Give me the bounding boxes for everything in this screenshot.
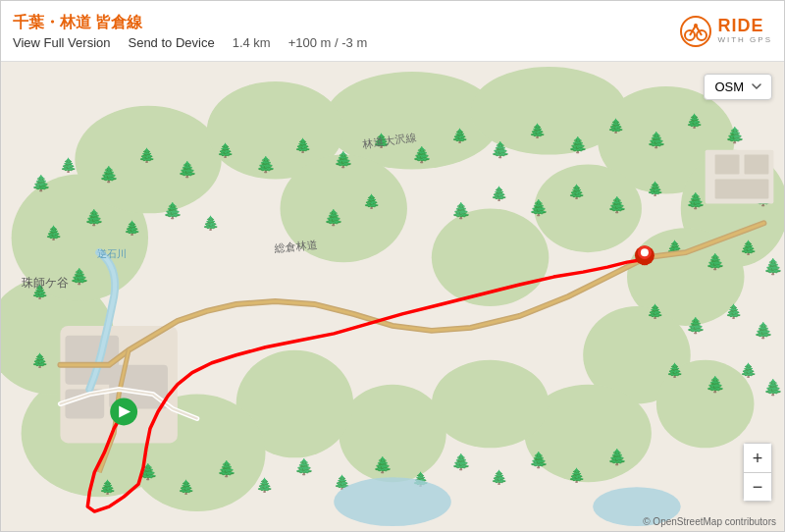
svg-text:🌲: 🌲 <box>99 479 117 496</box>
svg-text:🌲: 🌲 <box>686 191 706 210</box>
svg-text:🌲: 🌲 <box>647 181 664 197</box>
distance-stat: 1.4 km <box>233 35 271 50</box>
svg-text:🌲: 🌲 <box>647 303 664 320</box>
svg-text:🌲: 🌲 <box>740 239 758 256</box>
send-to-device-link[interactable]: Send to Device <box>128 35 214 50</box>
svg-text:🌲: 🌲 <box>60 157 78 174</box>
svg-text:🌲: 🌲 <box>31 352 49 369</box>
svg-text:🌲: 🌲 <box>294 457 314 476</box>
layer-label: OSM <box>714 80 744 94</box>
svg-text:🌲: 🌲 <box>763 257 783 276</box>
svg-text:🌲: 🌲 <box>256 477 274 494</box>
svg-text:🌲: 🌲 <box>412 145 432 164</box>
svg-text:🌲: 🌲 <box>324 208 343 227</box>
osm-attribution: © OpenStreetMap contributors <box>643 516 776 527</box>
logo-sub-label: WITH GPS <box>717 36 772 45</box>
view-full-version-link[interactable]: View Full Version <box>13 35 110 50</box>
svg-text:🌲: 🌲 <box>451 128 469 144</box>
header-actions: View Full Version Send to Device 1.4 km … <box>13 35 367 50</box>
svg-text:🌲: 🌲 <box>647 131 666 149</box>
svg-text:🌲: 🌲 <box>217 459 236 478</box>
svg-text:🌲: 🌲 <box>256 155 276 174</box>
svg-point-3 <box>694 24 698 27</box>
chevron-down-icon <box>752 83 761 90</box>
svg-text:🌲: 🌲 <box>217 142 235 159</box>
zoom-in-button[interactable]: + <box>743 443 772 472</box>
svg-text:🌲: 🌲 <box>568 184 586 200</box>
svg-point-0 <box>681 17 710 46</box>
svg-text:🌲: 🌲 <box>607 448 627 466</box>
svg-point-98 <box>334 477 451 526</box>
zoom-out-button[interactable]: − <box>743 472 772 502</box>
header-left: 千葉・林道 皆倉線 View Full Version Send to Devi… <box>13 13 367 50</box>
svg-text:🌲: 🌲 <box>178 160 197 179</box>
svg-rect-95 <box>715 155 740 175</box>
svg-text:🌲: 🌲 <box>706 375 725 394</box>
svg-text:逆石川: 逆石川 <box>97 248 127 259</box>
layer-select[interactable]: OSM <box>704 74 772 100</box>
svg-text:🌲: 🌲 <box>607 118 625 134</box>
svg-text:🌲: 🌲 <box>163 201 183 220</box>
logo-area: RIDE WITH GPS <box>680 16 772 47</box>
route-title: 千葉・林道 皆倉線 <box>13 13 367 33</box>
svg-text:🌲: 🌲 <box>31 174 51 192</box>
svg-text:🌲: 🌲 <box>491 186 508 202</box>
svg-text:🌲: 🌲 <box>373 455 392 474</box>
svg-text:🌲: 🌲 <box>754 321 773 340</box>
svg-rect-97 <box>715 180 769 199</box>
zoom-controls: + − <box>743 443 772 502</box>
svg-point-105 <box>641 248 649 256</box>
header: 千葉・林道 皆倉線 View Full Version Send to Devi… <box>1 1 784 62</box>
svg-text:🌲: 🌲 <box>740 362 758 379</box>
svg-text:🌲: 🌲 <box>178 479 195 496</box>
logo-text: RIDE WITH GPS <box>717 17 772 45</box>
svg-text:🌲: 🌲 <box>686 316 706 335</box>
svg-text:🌲: 🌲 <box>363 193 381 210</box>
app: 千葉・林道 皆倉線 View Full Version Send to Devi… <box>0 0 785 532</box>
map-svg: 🌲 🌲 🌲 🌲 🌲 🌲 🌲 🌲 🌲 🌲 🌲 🌲 🌲 🌲 🌲 🌲 🌲 🌲 🌲 <box>1 62 784 531</box>
svg-text:🌲: 🌲 <box>725 126 745 144</box>
elevation-stat: +100 m / -3 m <box>288 35 368 50</box>
svg-text:🌲: 🌲 <box>725 303 743 320</box>
svg-rect-96 <box>745 155 769 175</box>
svg-text:🌲: 🌲 <box>491 140 510 159</box>
svg-text:🌲: 🌲 <box>706 252 725 271</box>
svg-text:🌲: 🌲 <box>568 135 588 154</box>
svg-text:🌲: 🌲 <box>451 452 471 471</box>
ride-with-gps-logo-icon <box>680 16 711 47</box>
svg-text:🌲: 🌲 <box>666 362 684 379</box>
svg-text:🌲: 🌲 <box>294 137 312 154</box>
svg-text:🌲: 🌲 <box>202 215 220 232</box>
svg-text:🌲: 🌲 <box>491 469 508 486</box>
svg-point-13 <box>432 360 549 449</box>
map-container[interactable]: 🌲 🌲 🌲 🌲 🌲 🌲 🌲 🌲 🌲 🌲 🌲 🌲 🌲 🌲 🌲 🌲 🌲 🌲 🌲 <box>1 62 784 531</box>
svg-text:🌲: 🌲 <box>45 225 63 241</box>
svg-text:🌲: 🌲 <box>686 113 704 130</box>
svg-text:🌲: 🌲 <box>529 198 549 217</box>
svg-text:🌲: 🌲 <box>763 378 783 397</box>
svg-text:🌲: 🌲 <box>334 150 353 169</box>
svg-text:🌲: 🌲 <box>451 201 471 220</box>
svg-text:🌲: 🌲 <box>124 220 141 237</box>
svg-text:🌲: 🌲 <box>138 147 156 164</box>
logo-ride-label: RIDE <box>717 17 772 36</box>
svg-text:🌲: 🌲 <box>84 208 104 227</box>
svg-text:🌲: 🌲 <box>568 467 586 484</box>
svg-text:🌲: 🌲 <box>529 451 549 469</box>
svg-text:🌲: 🌲 <box>529 123 547 139</box>
svg-text:🌲: 🌲 <box>99 165 119 184</box>
svg-text:🌲: 🌲 <box>70 267 89 286</box>
svg-text:🌲: 🌲 <box>607 195 627 214</box>
svg-text:珠師ケ谷: 珠師ケ谷 <box>22 276 69 290</box>
